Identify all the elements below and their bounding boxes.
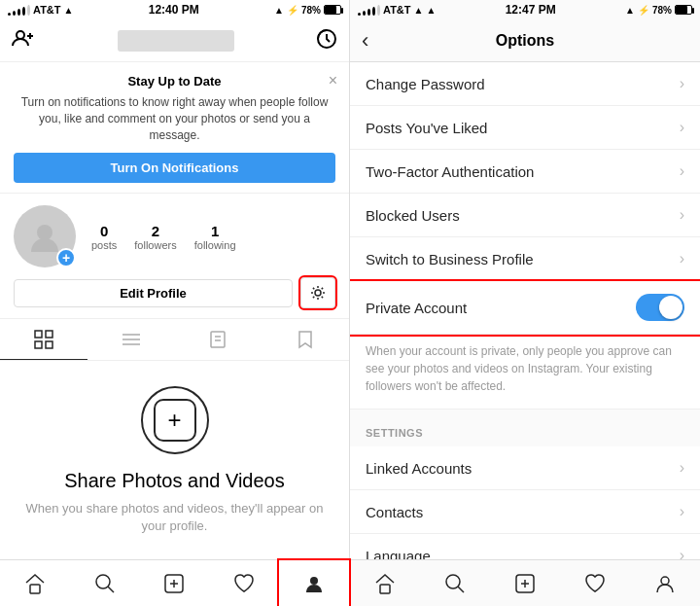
- left-panel: AT&T ▲ 12:40 PM ▲ ⚡ 78%: [0, 0, 350, 606]
- svg-rect-9: [46, 341, 52, 348]
- two-factor-item[interactable]: Two-Factor Authentication ›: [350, 150, 700, 194]
- add-nav-button[interactable]: [140, 560, 210, 606]
- change-password-item[interactable]: Change Password ›: [350, 62, 700, 106]
- right-bluetooth-icon: ⚡: [638, 5, 649, 16]
- left-battery-area: ▲ ⚡ 78%: [274, 5, 341, 16]
- svg-point-22: [310, 577, 318, 585]
- posts-count: 0: [100, 223, 108, 239]
- username-blurred: [118, 30, 234, 52]
- bluetooth-icon: ⚡: [287, 5, 298, 16]
- empty-state-description: When you share photos and videos, they'l…: [19, 500, 330, 535]
- tagged-tab[interactable]: [175, 319, 262, 360]
- right-profile-button[interactable]: [630, 560, 700, 606]
- private-account-label: Private Account: [366, 300, 467, 316]
- right-signal-icon: [358, 5, 380, 16]
- two-factor-label: Two-Factor Authentication: [366, 163, 534, 180]
- profile-nav-button[interactable]: [279, 560, 349, 606]
- content-tabs: [0, 318, 349, 361]
- right-heart-button[interactable]: [560, 560, 630, 606]
- private-account-item[interactable]: Private Account: [350, 281, 700, 335]
- wifi-icon: ▲: [64, 5, 74, 16]
- right-search-button[interactable]: [420, 560, 490, 606]
- plus-icon: +: [154, 399, 196, 442]
- left-status-bar: AT&T ▲ 12:40 PM ▲ ⚡ 78%: [0, 0, 349, 19]
- battery-text: 78%: [301, 5, 321, 16]
- right-bottom-nav: [350, 559, 700, 606]
- right-status-bar: AT&T ▲ ▲ 12:47 PM ▲ ⚡ 78%: [350, 0, 700, 19]
- history-icon[interactable]: [316, 28, 337, 53]
- linked-accounts-label: Linked Accounts: [366, 460, 472, 477]
- followers-label: followers: [134, 239, 176, 251]
- chevron-right-icon: ›: [680, 75, 684, 92]
- contacts-item[interactable]: Contacts ›: [350, 490, 700, 534]
- following-label: following: [194, 239, 236, 251]
- left-top-nav: [0, 19, 349, 62]
- right-add-button[interactable]: [490, 560, 560, 606]
- right-battery-icon: [675, 5, 692, 15]
- profile-buttons: Edit Profile: [0, 273, 349, 318]
- chevron-right-icon: ›: [680, 250, 684, 267]
- grid-tab[interactable]: [0, 319, 88, 360]
- posts-liked-item[interactable]: Posts You've Liked ›: [350, 106, 700, 150]
- svg-rect-8: [35, 341, 42, 348]
- language-label: Language: [366, 548, 431, 560]
- profile-stats: 0 posts 2 followers 1 following: [91, 223, 335, 251]
- left-bottom-nav: [0, 559, 349, 606]
- following-count: 1: [211, 223, 219, 239]
- blocked-users-item[interactable]: Blocked Users ›: [350, 194, 700, 237]
- language-item[interactable]: Language ›: [350, 534, 700, 559]
- add-photo-button[interactable]: +: [56, 248, 76, 267]
- saved-tab[interactable]: [262, 319, 349, 360]
- svg-point-29: [661, 577, 669, 585]
- location-icon: ▲: [274, 5, 284, 16]
- right-carrier: AT&T ▲ ▲: [358, 4, 436, 16]
- svg-point-17: [96, 575, 110, 588]
- chevron-right-icon: ›: [680, 206, 684, 224]
- gear-button[interactable]: [300, 277, 335, 308]
- add-user-icon[interactable]: [12, 28, 35, 53]
- list-tab[interactable]: [88, 319, 175, 360]
- settings-section-label: SETTINGS: [366, 427, 423, 439]
- posts-liked-label: Posts You've Liked: [366, 120, 487, 136]
- close-notification-button[interactable]: ×: [329, 72, 337, 89]
- contacts-label: Contacts: [366, 504, 423, 520]
- svg-point-24: [446, 575, 460, 588]
- right-wifi-icon: ▲: [414, 5, 424, 16]
- following-stat: 1 following: [194, 223, 236, 251]
- right-home-button[interactable]: [350, 560, 420, 606]
- followers-stat: 2 followers: [134, 223, 176, 251]
- profile-section: + 0 posts 2 followers 1 following: [0, 194, 349, 273]
- switch-business-label: Switch to Business Profile: [366, 251, 534, 267]
- svg-rect-6: [35, 331, 42, 338]
- heart-nav-button[interactable]: [209, 560, 279, 606]
- left-carrier: AT&T ▲: [8, 4, 73, 16]
- toggle-knob: [659, 296, 682, 319]
- svg-rect-13: [211, 332, 225, 347]
- notification-banner: Stay Up to Date Turn on notifications to…: [0, 62, 349, 194]
- right-battery-area: ▲ ⚡ 78%: [625, 5, 692, 16]
- turn-on-notifications-button[interactable]: Turn On Notifications: [14, 153, 335, 183]
- svg-rect-23: [380, 585, 390, 593]
- right-top-nav: ‹ Options: [350, 19, 700, 62]
- home-nav-button[interactable]: [0, 560, 70, 606]
- empty-content: + Share Photos and Videos When you share…: [0, 361, 349, 559]
- switch-business-item[interactable]: Switch to Business Profile ›: [350, 237, 700, 281]
- search-nav-button[interactable]: [70, 560, 140, 606]
- battery-icon: [324, 5, 341, 15]
- settings-section-header: SETTINGS: [350, 410, 700, 446]
- back-button[interactable]: ‹: [362, 28, 368, 53]
- svg-point-0: [17, 31, 24, 39]
- edit-profile-button[interactable]: Edit Profile: [14, 279, 293, 307]
- linked-accounts-item[interactable]: Linked Accounts ›: [350, 446, 700, 490]
- right-time: 12:47 PM: [506, 3, 556, 17]
- private-account-toggle[interactable]: [636, 294, 684, 321]
- svg-point-5: [315, 290, 321, 296]
- svg-rect-16: [30, 585, 40, 593]
- chevron-right-icon: ›: [680, 459, 684, 477]
- svg-line-18: [108, 587, 114, 592]
- svg-point-4: [37, 225, 52, 240]
- posts-label: posts: [91, 239, 117, 251]
- posts-stat: 0 posts: [91, 223, 117, 251]
- private-account-toggle-container: [636, 294, 684, 321]
- svg-line-25: [458, 587, 464, 592]
